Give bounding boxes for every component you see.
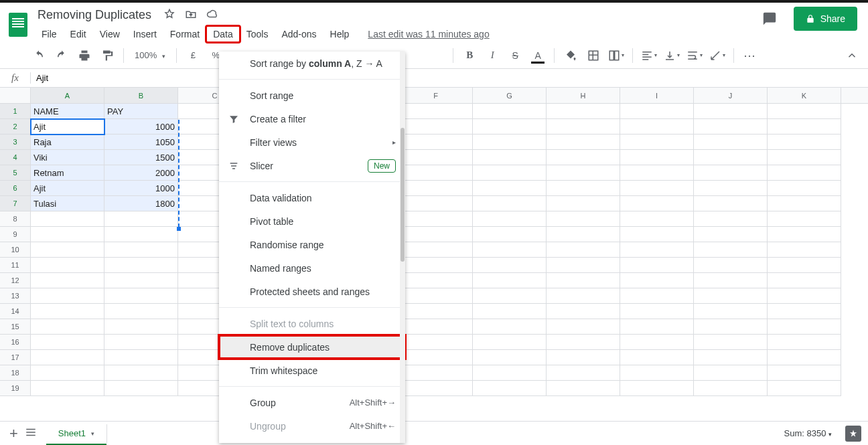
cell[interactable]: [31, 211, 104, 227]
cell[interactable]: 1050: [104, 135, 178, 150]
cell[interactable]: [768, 365, 841, 381]
cell[interactable]: [620, 135, 694, 150]
cell[interactable]: [473, 211, 547, 227]
cell[interactable]: [104, 304, 178, 319]
col-header-H[interactable]: H: [547, 88, 620, 103]
col-header-B[interactable]: B: [104, 88, 178, 103]
row-header[interactable]: 10: [0, 242, 31, 258]
more-toolbar-button[interactable]: ⋯: [741, 46, 760, 65]
cell[interactable]: [547, 150, 620, 165]
cell[interactable]: [694, 258, 768, 273]
menu-data[interactable]: Data: [206, 26, 240, 42]
cell[interactable]: [104, 350, 178, 365]
borders-button[interactable]: [584, 46, 603, 65]
cell[interactable]: [620, 319, 694, 335]
cell[interactable]: [31, 304, 104, 319]
cell[interactable]: [620, 119, 694, 135]
cell[interactable]: [31, 319, 104, 335]
fill-color-button[interactable]: [561, 46, 580, 65]
cell[interactable]: [31, 381, 104, 396]
menu-file[interactable]: File: [35, 26, 64, 42]
row-header[interactable]: 9: [0, 227, 31, 242]
cell[interactable]: [104, 258, 178, 273]
cell[interactable]: [694, 273, 768, 288]
cell[interactable]: [694, 211, 768, 227]
cell[interactable]: [620, 350, 694, 365]
comments-button[interactable]: [757, 7, 782, 31]
menu-view[interactable]: View: [93, 26, 127, 42]
menu-insert[interactable]: Insert: [127, 26, 163, 42]
cell[interactable]: [768, 242, 841, 258]
cell[interactable]: [547, 227, 620, 242]
cell[interactable]: [104, 227, 178, 242]
cell[interactable]: [620, 242, 694, 258]
cell[interactable]: [620, 181, 694, 196]
cell[interactable]: [547, 119, 620, 135]
cell[interactable]: [768, 135, 841, 150]
merge-button[interactable]: [607, 46, 626, 65]
cell[interactable]: [620, 335, 694, 350]
cell[interactable]: [473, 135, 547, 150]
dropdown-scrollbar[interactable]: [400, 52, 405, 443]
cell[interactable]: [547, 304, 620, 319]
cell[interactable]: [620, 165, 694, 181]
cell[interactable]: NAME: [31, 104, 104, 119]
menu-tools[interactable]: Tools: [240, 26, 275, 42]
cell[interactable]: [694, 165, 768, 181]
cell[interactable]: [473, 335, 547, 350]
sheets-logo[interactable]: [5, 8, 31, 41]
menu-data-validation[interactable]: Data validation: [219, 186, 405, 209]
cell[interactable]: 2000: [104, 165, 178, 181]
cell[interactable]: [473, 288, 547, 304]
share-button[interactable]: Share: [794, 7, 857, 31]
cell[interactable]: [104, 242, 178, 258]
cell[interactable]: [31, 242, 104, 258]
all-sheets-button[interactable]: [25, 426, 37, 440]
row-header[interactable]: 17: [0, 350, 31, 365]
star-icon[interactable]: [163, 8, 175, 22]
col-header-K[interactable]: K: [768, 88, 841, 103]
cell[interactable]: [399, 135, 473, 150]
wrap-button[interactable]: [685, 46, 704, 65]
cell[interactable]: [768, 211, 841, 227]
cell[interactable]: [399, 288, 473, 304]
cell[interactable]: [473, 381, 547, 396]
text-color-button[interactable]: A: [528, 46, 547, 65]
cell[interactable]: PAY: [104, 104, 178, 119]
cell[interactable]: [547, 104, 620, 119]
sheet-tab-menu-icon[interactable]: ▾: [91, 430, 94, 437]
cell[interactable]: [694, 135, 768, 150]
cell[interactable]: [694, 181, 768, 196]
cell[interactable]: [399, 319, 473, 335]
cell[interactable]: [399, 242, 473, 258]
cell[interactable]: [104, 381, 178, 396]
cell[interactable]: [768, 350, 841, 365]
col-header-I[interactable]: I: [620, 88, 694, 103]
sheet-tab-1[interactable]: Sheet1 ▾: [46, 424, 107, 443]
cell[interactable]: [768, 319, 841, 335]
cell[interactable]: [768, 381, 841, 396]
col-header-F[interactable]: F: [399, 88, 473, 103]
cell[interactable]: [399, 335, 473, 350]
cell[interactable]: [620, 381, 694, 396]
cell[interactable]: [694, 304, 768, 319]
cell[interactable]: [768, 304, 841, 319]
row-header[interactable]: 3: [0, 135, 31, 150]
cell[interactable]: [399, 150, 473, 165]
cell[interactable]: [547, 135, 620, 150]
cell[interactable]: [473, 181, 547, 196]
cell[interactable]: [473, 304, 547, 319]
cell[interactable]: [31, 365, 104, 381]
cell[interactable]: [620, 365, 694, 381]
currency-button[interactable]: £: [184, 46, 202, 65]
cell[interactable]: 1000: [104, 181, 178, 196]
cell[interactable]: [547, 288, 620, 304]
cell[interactable]: [31, 350, 104, 365]
row-header[interactable]: 2: [0, 119, 31, 135]
cell[interactable]: [399, 119, 473, 135]
row-header[interactable]: 6: [0, 181, 31, 196]
cell[interactable]: [399, 227, 473, 242]
cell[interactable]: [694, 350, 768, 365]
cell[interactable]: [399, 381, 473, 396]
formula-input[interactable]: Ajit: [31, 73, 868, 83]
